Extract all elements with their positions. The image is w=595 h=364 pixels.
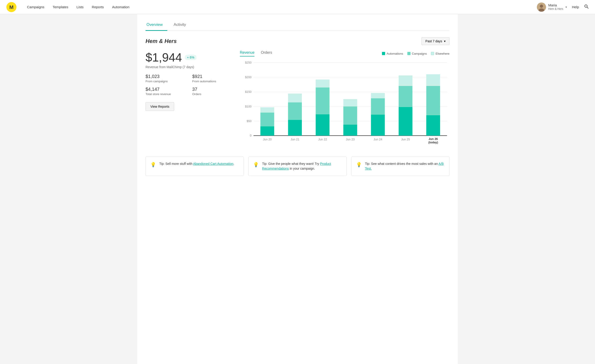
svg-rect-38	[426, 115, 440, 136]
tip-card-1: 💡 Tip: Give the people what they want! T…	[248, 157, 347, 176]
date-range-button[interactable]: Past 7 days ▾	[422, 37, 449, 45]
svg-rect-31	[343, 99, 357, 106]
svg-rect-35	[399, 107, 412, 136]
tips-section: 💡 Tip: Sell more stuff with Abandoned Ca…	[146, 157, 449, 176]
svg-text:$50: $50	[247, 119, 252, 123]
svg-text:$150: $150	[245, 90, 252, 94]
stats-grid: $1,023 From campaigns $921 From automati…	[146, 74, 233, 96]
chart-tabs: Revenue Orders Automations Campaigns Els…	[240, 50, 449, 56]
stat-store-revenue: $4,147 Total store revenue	[146, 87, 186, 96]
tip-card-2: 💡 Tip: See what content drives the most …	[351, 157, 449, 176]
legend-campaigns: Campaigns	[407, 52, 427, 55]
svg-rect-20	[260, 126, 274, 136]
legend-dot-campaigns	[407, 52, 411, 55]
nav-lists[interactable]: Lists	[72, 0, 88, 14]
search-icon[interactable]	[584, 4, 588, 10]
svg-rect-32	[371, 115, 385, 136]
svg-text:Jun 22: Jun 22	[318, 138, 327, 141]
tab-activity[interactable]: Activity	[173, 20, 191, 31]
lightbulb-icon-1: 💡	[253, 162, 259, 167]
main-nav: Campaigns Templates Lists Reports Automa…	[23, 0, 537, 14]
svg-rect-33	[371, 98, 385, 115]
avatar	[537, 2, 546, 12]
nav-campaigns[interactable]: Campaigns	[23, 0, 49, 14]
page-title: Hem & Hers	[146, 38, 177, 44]
stat-orders: 37 Orders	[192, 87, 233, 96]
svg-line-6	[587, 7, 588, 8]
svg-text:$200: $200	[245, 76, 252, 79]
svg-point-3	[540, 5, 543, 8]
svg-rect-39	[426, 86, 440, 115]
stats-section: $1,944 + 6% Revenue from MailChimp (7 da…	[146, 50, 449, 148]
nav-templates[interactable]: Templates	[49, 0, 72, 14]
svg-rect-34	[371, 93, 385, 98]
svg-text:Jun 20: Jun 20	[263, 138, 272, 141]
lightbulb-icon: 💡	[150, 162, 156, 167]
main-container: Overview Activity Hem & Hers Past 7 days…	[137, 14, 458, 364]
tip-card-0: 💡 Tip: Sell more stuff with Abandoned Ca…	[146, 157, 244, 176]
legend-dot-elsewhere	[431, 52, 434, 55]
svg-text:M: M	[9, 4, 14, 10]
date-range-label: Past 7 days	[425, 39, 442, 43]
nav-reports[interactable]: Reports	[88, 0, 108, 14]
svg-text:Jun 26: Jun 26	[429, 137, 438, 141]
svg-rect-21	[260, 112, 274, 126]
nav-automation[interactable]: Automation	[108, 0, 134, 14]
legend-elsewhere: Elsewhere	[431, 52, 449, 55]
tip-text-1: Tip: Give the people what they want! Try…	[262, 161, 342, 171]
page-header: Hem & Hers Past 7 days ▾	[146, 37, 449, 45]
svg-rect-25	[288, 94, 302, 102]
svg-rect-26	[316, 114, 329, 136]
svg-rect-24	[288, 102, 302, 120]
help-link[interactable]: Help	[572, 5, 579, 9]
legend-automations: Automations	[382, 52, 403, 55]
svg-text:$100: $100	[245, 105, 252, 108]
navbar: M Campaigns Templates Lists Reports Auto…	[0, 0, 595, 14]
tip-text-0: Tip: Sell more stuff with Abandoned Cart…	[159, 161, 234, 166]
revenue-badge: + 6%	[185, 55, 197, 60]
revenue-amount: $1,944	[146, 50, 182, 64]
chart-tab-orders[interactable]: Orders	[261, 50, 272, 56]
tip-text-2: Tip: See what content drives the most sa…	[365, 161, 445, 171]
user-name: Maria	[548, 3, 563, 7]
tab-overview[interactable]: Overview	[146, 20, 167, 31]
user-menu[interactable]: Maria Hem & Hers ▾	[537, 2, 567, 12]
user-store: Hem & Hers	[548, 7, 563, 11]
stat-automations: $921 From automations	[192, 74, 233, 83]
svg-text:Jun 23: Jun 23	[346, 138, 354, 141]
stats-panel: $1,944 + 6% Revenue from MailChimp (7 da…	[146, 50, 233, 148]
chart-legend: Automations Campaigns Elsewhere	[382, 52, 449, 55]
svg-rect-37	[399, 76, 412, 86]
tip-link-0[interactable]: Abandoned Cart Automation	[193, 162, 234, 165]
revenue-main: $1,944 + 6%	[146, 50, 233, 64]
svg-text:Jun 25: Jun 25	[401, 138, 410, 141]
svg-rect-30	[343, 106, 357, 124]
view-reports-button[interactable]: View Reports	[146, 102, 174, 111]
svg-rect-36	[399, 86, 412, 107]
svg-rect-23	[288, 120, 302, 136]
chevron-down-icon: ▾	[444, 39, 446, 43]
legend-dot-automations	[382, 52, 385, 55]
svg-text:0: 0	[250, 134, 252, 137]
mailchimp-logo[interactable]: M	[7, 2, 16, 12]
svg-rect-28	[316, 80, 329, 88]
chart-section: Revenue Orders Automations Campaigns Els…	[233, 50, 449, 148]
revenue-label: Revenue from MailChimp (7 days)	[146, 65, 233, 69]
svg-text:Jun 24: Jun 24	[374, 138, 382, 141]
svg-text:Jun 21: Jun 21	[291, 138, 299, 141]
lightbulb-icon-2: 💡	[356, 162, 362, 167]
svg-text:(today): (today)	[428, 141, 438, 144]
svg-rect-27	[316, 87, 329, 114]
stat-campaigns: $1,023 From campaigns	[146, 74, 186, 83]
user-info: Maria Hem & Hers	[548, 3, 563, 11]
svg-point-5	[585, 5, 587, 7]
svg-rect-22	[260, 107, 274, 112]
svg-text:$250: $250	[245, 61, 252, 64]
page-tabs: Overview Activity	[146, 20, 449, 31]
bar-chart: 0$50$100$150$200$250 Jun 20Jun 21Jun 22J…	[240, 60, 449, 148]
navbar-right: Maria Hem & Hers ▾ Help	[537, 2, 588, 12]
svg-rect-29	[343, 125, 357, 136]
svg-rect-40	[426, 74, 440, 86]
chart-tab-revenue[interactable]: Revenue	[240, 50, 255, 56]
chevron-down-icon: ▾	[566, 6, 567, 9]
